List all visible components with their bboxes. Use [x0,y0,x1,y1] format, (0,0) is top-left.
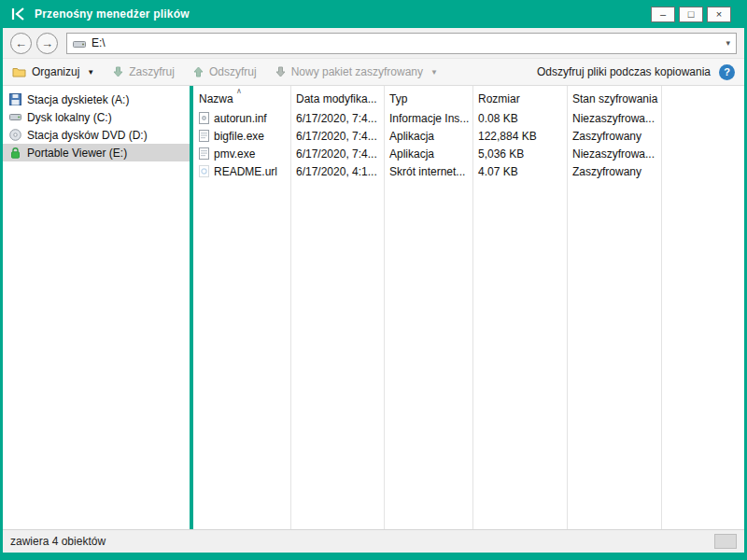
column-separator[interactable] [384,86,385,529]
maximize-button[interactable]: □ [679,7,703,22]
address-dropdown-icon[interactable]: ▾ [726,38,730,48]
lock-icon [9,147,21,159]
portable-file-manager-window: Przenośny menedżer plików – □ × ← → E:\ … [0,0,747,560]
column-header-name[interactable]: Nazwa [193,92,290,105]
forward-button[interactable]: → [36,33,58,54]
inf-file-icon [199,112,209,124]
decrypt-arrow-up-icon [193,66,204,77]
column-header-size[interactable]: Rozmiar [472,92,567,105]
column-header-modified[interactable]: Data modyfika... [290,92,384,105]
organize-button[interactable]: Organizuj ▼ [12,65,94,78]
column-separator[interactable] [567,86,568,529]
toolbar-right: Odszyfruj pliki podczas kopiowania ? [537,64,735,80]
column-header-encryption[interactable]: Stan szyfrowania [567,92,661,105]
kaspersky-logo-icon [10,7,26,21]
url-shortcut-icon [199,165,209,177]
list-header: ∧ Nazwa Data modyfika... Typ Rozmiar Sta… [193,89,744,109]
file-list: ∧ Nazwa Data modyfika... Typ Rozmiar Sta… [193,86,744,529]
exe-file-icon [199,130,209,142]
new-encrypted-package-button[interactable]: Nowy pakiet zaszyfrowany ▼ [275,65,438,78]
folder-icon [12,66,26,77]
content-area: Stacja dyskietek (A:) Dysk lokalny (C:) [3,86,744,529]
decrypt-button[interactable]: Odszyfruj [193,65,257,78]
sidebar-item-dvd-d[interactable]: Stacja dysków DVD (D:) [3,126,190,144]
back-button[interactable]: ← [10,33,32,54]
hdd-icon [9,111,21,123]
sort-ascending-icon: ∧ [236,87,242,95]
dvd-icon [9,129,21,141]
title-bar: Przenośny menedżer plików – □ × [3,0,744,28]
column-header-type[interactable]: Typ [384,92,472,105]
window-controls: – □ × [651,7,737,22]
address-text: E:\ [92,36,106,49]
resize-grip[interactable] [714,534,737,549]
close-button[interactable]: × [707,7,731,22]
minimize-button[interactable]: – [651,7,675,22]
drive-icon [73,38,86,49]
column-separator[interactable] [472,86,473,529]
status-text: zawiera 4 obiektów [10,535,106,548]
sidebar-item-portable-viewer-e[interactable]: Portable Viewer (E:) [3,144,190,161]
decrypt-on-copy-button[interactable]: Odszyfruj pliki podczas kopiowania [537,65,711,78]
status-bar: zawiera 4 obiektów [3,529,744,553]
help-icon[interactable]: ? [719,64,735,80]
package-arrow-down-icon [275,66,286,77]
encrypt-arrow-down-icon [113,66,123,77]
encrypt-button[interactable]: Zaszyfruj [113,65,175,78]
sidebar-item-local-c[interactable]: Dysk lokalny (C:) [3,108,190,126]
column-separator[interactable] [290,86,291,529]
navigation-bar: ← → E:\ ▾ [3,28,744,58]
package-dropdown-icon: ▼ [430,68,438,77]
organize-dropdown-icon: ▼ [87,68,94,77]
exe-file-icon [199,147,209,160]
drive-sidebar: Stacja dyskietek (A:) Dysk lokalny (C:) [3,86,190,529]
toolbar: Organizuj ▼ Zaszyfruj Odszyfruj [3,58,744,86]
sidebar-item-floppy-a[interactable]: Stacja dyskietek (A:) [3,91,190,108]
window-title: Przenośny menedżer plików [35,7,190,21]
column-separator[interactable] [661,86,662,529]
address-bar[interactable]: E:\ ▾ [66,33,737,54]
floppy-icon [9,93,21,105]
